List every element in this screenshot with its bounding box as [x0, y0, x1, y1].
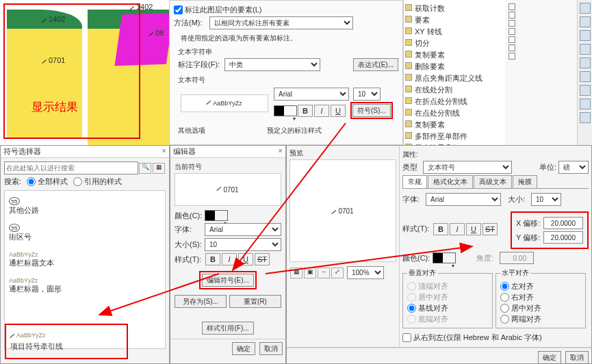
- preview-tool[interactable]: ↔: [318, 268, 330, 278]
- all-styles-radio[interactable]: [27, 177, 36, 186]
- view-icon[interactable]: ▦: [153, 163, 165, 174]
- search-icon[interactable]: 🔍: [139, 163, 151, 174]
- edit-symbol-button[interactable]: 编辑符号(E)...: [202, 274, 254, 287]
- size-select[interactable]: 10: [531, 193, 561, 206]
- tab-format[interactable]: 格式化文本: [428, 175, 473, 188]
- italic-button[interactable]: I: [314, 105, 329, 117]
- tab-general[interactable]: 常规: [402, 175, 427, 188]
- tree-item[interactable]: 复制要素: [405, 49, 504, 61]
- panel-title: 符号选择器: [3, 146, 41, 157]
- font-select[interactable]: Arial: [426, 193, 501, 206]
- y-offset-input[interactable]: [543, 231, 583, 244]
- strike-button[interactable]: ST: [255, 253, 270, 265]
- labeling-note: 将使用指定的选项为所有要素加标注。: [181, 34, 398, 43]
- close-icon[interactable]: ×: [162, 146, 166, 157]
- map-label: 0701: [42, 56, 65, 64]
- font-select[interactable]: Arial: [274, 88, 349, 101]
- map-label: 08: [149, 29, 164, 37]
- label-field-label: 标注字段(F):: [178, 60, 224, 70]
- x-offset-input[interactable]: [543, 217, 583, 229]
- preview-tool[interactable]: ▦: [290, 268, 303, 278]
- save-as-button[interactable]: 另存为(S)...: [175, 295, 227, 308]
- halign-left[interactable]: [500, 282, 509, 291]
- color-swatch[interactable]: ▾: [205, 210, 228, 221]
- tree-item[interactable]: 删除要素: [405, 61, 504, 73]
- xoff-label: X 偏移:: [516, 218, 543, 229]
- tab-mask[interactable]: 掩膜: [513, 175, 537, 188]
- halign-justify[interactable]: [500, 315, 509, 324]
- ok-button[interactable]: 确定: [232, 342, 255, 355]
- tab-advanced[interactable]: 高级文本: [474, 175, 512, 188]
- zoom-select[interactable]: 100%: [347, 266, 384, 279]
- font-label: 字体:: [175, 224, 205, 235]
- highlight-name: 项目符号牵引线: [10, 341, 123, 352]
- props-header: 属性:: [402, 150, 418, 159]
- symbol-selector-panel: 符号选择器× 🔍▦ 搜索: 全部样式 引用的样式 55其他公路 55街区号 Aa…: [0, 145, 170, 364]
- valign-base[interactable]: [407, 304, 416, 313]
- halign-center[interactable]: [500, 304, 509, 313]
- underline-button[interactable]: U: [466, 223, 481, 235]
- result-highlight: [3, 3, 140, 139]
- bold-button[interactable]: B: [298, 105, 313, 117]
- underline-button[interactable]: U: [238, 253, 253, 265]
- underline-button[interactable]: U: [331, 105, 346, 117]
- yoff-label: Y 偏移:: [516, 233, 543, 243]
- color-label: 颜色(C):: [402, 253, 433, 263]
- style-ref-button[interactable]: 样式引用(F)...: [202, 322, 253, 335]
- tree-item[interactable]: 在点处分割线: [405, 107, 504, 119]
- color-swatch[interactable]: ▾: [433, 252, 456, 263]
- bold-button[interactable]: B: [433, 223, 448, 235]
- expression-button[interactable]: 表达式(E)...: [353, 58, 398, 71]
- type-select[interactable]: 文本符号: [423, 161, 512, 174]
- labeling-panel: 标注此图层中的要素(L) 方法(M):以相同方式标注所有要素 将使用指定的选项为…: [169, 0, 403, 145]
- close-icon[interactable]: ×: [279, 146, 283, 157]
- symbol-button[interactable]: 符号(S)...: [352, 104, 391, 117]
- method-select[interactable]: 以相同方式标注所有要素: [209, 16, 353, 29]
- tool-tree: 获取计数 要素 XY 转线 切分 复制要素 删除要素 原点夹角距离定义线 在线处…: [403, 0, 506, 145]
- angle-input: [500, 252, 534, 264]
- label-field-select[interactable]: 中类: [224, 58, 320, 71]
- preview-tool[interactable]: ▣: [304, 268, 316, 278]
- selected-style-highlight: AaBbYyZz 项目符号牵引线: [5, 324, 128, 359]
- cancel-button[interactable]: 取消: [259, 342, 283, 355]
- tree-item[interactable]: 切分: [405, 38, 504, 49]
- toolbar-vertical: [577, 0, 592, 145]
- unit-select[interactable]: 磅: [558, 161, 589, 174]
- halign-right[interactable]: [500, 293, 509, 302]
- tree-item[interactable]: 多部件至单部件: [405, 131, 504, 142]
- reset-button[interactable]: 重置(R): [229, 295, 281, 308]
- size-select[interactable]: 10: [205, 238, 281, 251]
- method-label: 方法(M):: [174, 18, 209, 28]
- strike-button[interactable]: ST: [482, 223, 498, 235]
- label-layer-checkbox[interactable]: [174, 5, 183, 14]
- cancel-button[interactable]: 取消: [565, 351, 589, 364]
- tree-item[interactable]: 获取计数: [405, 3, 504, 14]
- tree-item[interactable]: 在折点处分割线: [405, 96, 504, 107]
- rtl-checkbox[interactable]: [402, 333, 411, 342]
- tree-item[interactable]: 在线处分割: [405, 84, 504, 96]
- size-label: 大小(S):: [175, 239, 205, 250]
- panel-title: 编辑器: [173, 146, 196, 157]
- other-options-header: 其他选项: [178, 126, 267, 135]
- style-label: 样式(T):: [402, 224, 433, 234]
- color-label: 颜色(C):: [175, 211, 205, 221]
- tree-item[interactable]: 复制要素: [405, 119, 504, 131]
- italic-button[interactable]: I: [222, 253, 237, 265]
- label-layer-text: 标注此图层中的要素(L): [185, 5, 261, 15]
- search-input[interactable]: [4, 161, 138, 174]
- text-symbol-header: 文本符号: [178, 75, 398, 85]
- ref-styles-radio[interactable]: [73, 177, 82, 186]
- italic-button[interactable]: I: [450, 223, 465, 235]
- bold-button[interactable]: B: [205, 253, 220, 265]
- tree-item[interactable]: 要素: [405, 14, 504, 26]
- tree-item[interactable]: 原点夹角距离定义线: [405, 73, 504, 84]
- current-symbol-panel: 编辑器× 当前符号 0701 颜色(C):▾ 字体:Arial 大小(S):10…: [170, 145, 286, 364]
- ok-button[interactable]: 确定: [538, 351, 561, 364]
- rtl-label: 从右到左(仅限 Hebrew 和 Arabic 字体): [413, 333, 542, 343]
- color-swatch[interactable]: ▾: [274, 105, 297, 116]
- tree-item[interactable]: XY 转线: [405, 26, 504, 38]
- preview-tool[interactable]: ⤢: [331, 268, 344, 278]
- font-select[interactable]: Arial: [205, 223, 281, 236]
- symbol-preview: 0701: [175, 173, 281, 206]
- size-select[interactable]: 10: [353, 88, 381, 101]
